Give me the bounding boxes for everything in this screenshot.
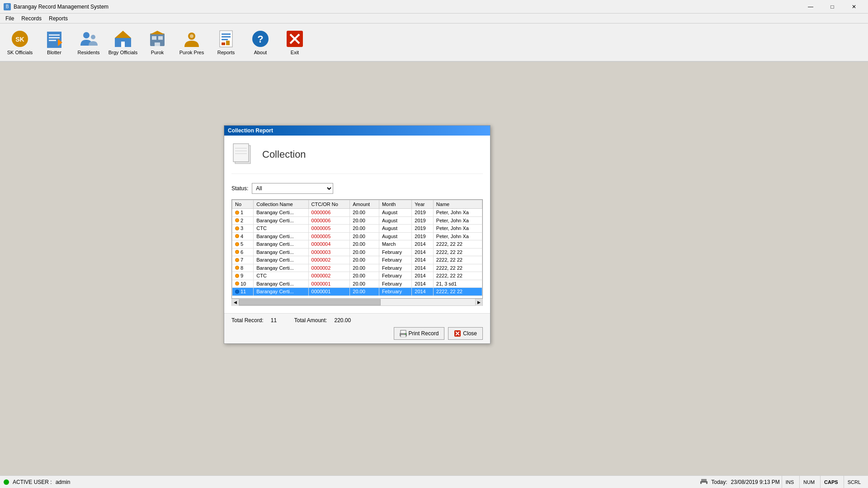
close-button[interactable]: ✕ — [844, 0, 864, 14]
table-row[interactable]: 2 Barangay Certi... 0000006 20.00 August… — [232, 216, 482, 225]
table-row[interactable]: 6 Barangay Certi... 0000003 20.00 Februa… — [232, 248, 482, 256]
table-row[interactable]: 10 Barangay Certi... 0000001 20.00 Febru… — [232, 280, 482, 288]
cell-month: February — [379, 272, 411, 280]
cell-no: 9 — [232, 272, 254, 280]
table-row[interactable]: 5 Barangay Certi... 0000004 20.00 March … — [232, 240, 482, 249]
svg-rect-13 — [152, 36, 156, 40]
cell-amount: 20.00 — [350, 264, 379, 272]
cell-name: Barangay Certi... — [254, 280, 308, 288]
app-title: Barangay Record Management System — [14, 4, 108, 10]
cell-ctc: 0000002 — [308, 256, 350, 264]
cell-name: Barangay Certi... — [254, 256, 308, 264]
toolbar-purok-pres[interactable]: Purok Pres — [175, 25, 208, 59]
cell-year: 2014 — [412, 240, 434, 249]
menu-file[interactable]: File — [2, 14, 18, 23]
datetime-value: 23/08/2019 9:13 PM — [731, 479, 780, 485]
svg-rect-3 — [49, 34, 60, 36]
cell-ctc: 0000003 — [308, 248, 350, 256]
table-row[interactable]: 1 Barangay Certi... 0000006 20.00 August… — [232, 209, 482, 217]
cell-year: 2019 — [412, 225, 434, 233]
toolbar-purok-label: Purok — [151, 50, 164, 55]
svg-rect-11 — [121, 42, 125, 47]
cell-name: Barangay Certi... — [254, 288, 308, 296]
cell-amount: 20.00 — [350, 288, 379, 296]
print-record-button[interactable]: Print Record — [394, 327, 445, 340]
toolbar-purok[interactable]: Purok — [141, 25, 174, 59]
cell-ctc: 0000001 — [308, 280, 350, 288]
svg-rect-22 — [222, 39, 228, 40]
toolbar-blotter[interactable]: Blotter — [38, 25, 71, 59]
svg-rect-37 — [401, 334, 406, 334]
close-button-label: Close — [463, 330, 477, 337]
cell-person: 2222, 22 22 — [433, 256, 482, 264]
table-row[interactable]: 4 Barangay Certi... 0000005 20.00 August… — [232, 232, 482, 240]
cell-year: 2014 — [412, 288, 434, 296]
cell-no: 4 — [232, 232, 254, 240]
printer-icon — [700, 479, 708, 486]
cell-person: Peter, John Xa — [433, 216, 482, 225]
svg-rect-15 — [155, 42, 160, 46]
close-button-dialog[interactable]: Close — [448, 327, 483, 340]
cell-ctc: 0000005 — [308, 225, 350, 233]
svg-rect-45 — [702, 483, 706, 484]
svg-rect-21 — [222, 36, 231, 38]
toolbar-about-label: About — [254, 50, 267, 55]
cell-year: 2014 — [412, 280, 434, 288]
cell-name: CTC — [254, 225, 308, 233]
svg-marker-10 — [115, 31, 131, 38]
cell-year: 2014 — [412, 248, 434, 256]
svg-rect-23 — [222, 42, 225, 45]
collection-icon — [231, 143, 255, 166]
cell-year: 2014 — [412, 272, 434, 280]
table-row[interactable]: 8 Barangay Certi... 0000002 20.00 Februa… — [232, 264, 482, 272]
cell-name: CTC — [254, 272, 308, 280]
toolbar-sk-officials[interactable]: SK SK Officials — [4, 25, 36, 59]
cell-no: 1 — [232, 209, 254, 217]
table-row[interactable]: 3 CTC 0000005 20.00 August 2019 Peter, J… — [232, 225, 482, 233]
cell-person: 2222, 22 22 — [433, 248, 482, 256]
table-row[interactable]: 9 CTC 0000002 20.00 February 2014 2222, … — [232, 272, 482, 280]
toolbar-reports[interactable]: Reports — [210, 25, 242, 59]
cell-person: 2222, 22 22 — [433, 264, 482, 272]
cell-ctc: 0000005 — [308, 232, 350, 240]
toolbar-brgy-officials[interactable]: Brgy Officials — [107, 25, 139, 59]
status-select[interactable]: All Active Inactive — [252, 183, 333, 194]
cell-ctc: 0000001 — [308, 288, 350, 296]
maximize-button[interactable]: □ — [822, 0, 843, 14]
table-row[interactable]: 11 Barangay Certi... 0000001 20.00 Febru… — [232, 288, 482, 296]
minimize-button[interactable]: — — [800, 0, 821, 14]
cell-ctc: 0000002 — [308, 272, 350, 280]
cell-amount: 20.00 — [350, 248, 379, 256]
cell-person: Peter, John Xa — [433, 209, 482, 217]
toolbar-reports-label: Reports — [217, 50, 235, 55]
cell-month: August — [379, 225, 411, 233]
total-record-value: 11 — [271, 317, 277, 324]
scrollbar-horizontal[interactable]: ◀ ▶ — [231, 299, 483, 306]
menu-records[interactable]: Records — [18, 14, 45, 23]
print-button-label: Print Record — [409, 330, 439, 337]
cell-month: February — [379, 280, 411, 288]
caps-indicator: CAPS — [820, 476, 842, 488]
svg-rect-4 — [49, 37, 60, 38]
cell-year: 2014 — [412, 264, 434, 272]
cell-person: Peter, John Xa — [433, 232, 482, 240]
svg-rect-14 — [158, 36, 163, 40]
cell-no: 7 — [232, 256, 254, 264]
menu-reports[interactable]: Reports — [45, 14, 71, 23]
cell-person: 2222, 22 22 — [433, 240, 482, 249]
toolbar-about[interactable]: ? About — [244, 25, 277, 59]
col-ctc: CTC/OR No — [308, 200, 350, 209]
menu-bar: File Records Reports — [0, 14, 868, 23]
cell-month: August — [379, 209, 411, 217]
svg-rect-31 — [233, 144, 249, 162]
status-label: Status: — [231, 185, 248, 192]
cell-person: 2222, 22 22 — [433, 288, 482, 296]
cell-ctc: 0000006 — [308, 216, 350, 225]
table-row[interactable]: 7 Barangay Certi... 0000002 20.00 Februa… — [232, 256, 482, 264]
toolbar-residents[interactable]: Residents — [72, 25, 105, 59]
cell-amount: 20.00 — [350, 209, 379, 217]
cell-year: 2019 — [412, 216, 434, 225]
toolbar-exit[interactable]: Exit — [278, 25, 311, 59]
dialog-title-bar: Collection Report — [224, 126, 490, 136]
table-container[interactable]: No Collection Name CTC/OR No Amount Mont… — [231, 199, 483, 299]
